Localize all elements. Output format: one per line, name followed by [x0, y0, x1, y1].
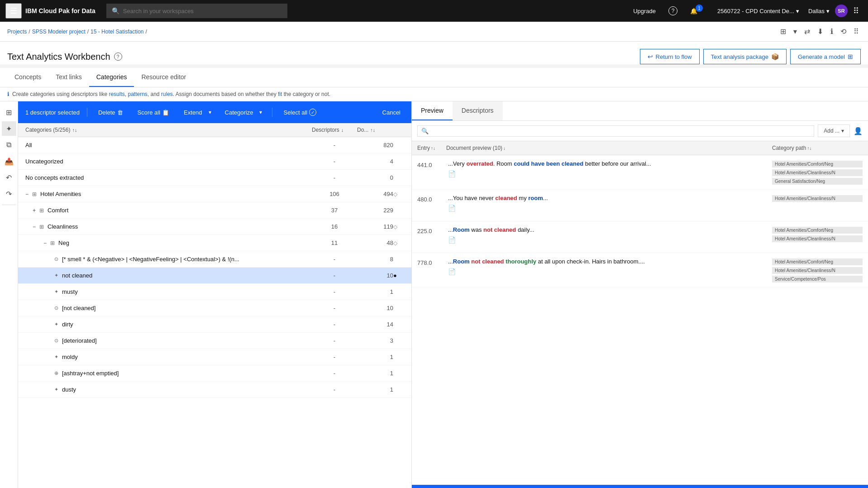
- category-row-musty[interactable]: ✦ musty - 1: [18, 284, 411, 300]
- category-row-no-concepts[interactable]: No concepts extracted - 0: [18, 170, 411, 186]
- breadcrumb-download-button[interactable]: ⬇: [816, 25, 825, 38]
- category-row-moldy[interactable]: ✦ moldy - 1: [18, 349, 411, 365]
- page-title-help-icon[interactable]: ?: [114, 53, 122, 61]
- breadcrumb-swap-button[interactable]: ⇄: [802, 25, 812, 38]
- breadcrumb-spss-link[interactable]: SPSS Modeler project: [32, 29, 86, 35]
- cat-path-sort-button[interactable]: ↑↓: [807, 146, 811, 151]
- category-row-ashtray[interactable]: ⊕ [ashtray+not emptied] - 1: [18, 365, 411, 382]
- extend-chevron-button[interactable]: ▾: [206, 107, 214, 117]
- extend-label: Extend: [184, 109, 202, 116]
- cat-name-neg: − ⊞ Neg: [43, 239, 312, 246]
- sidebar-delete-icon[interactable]: 🗑: [2, 484, 16, 488]
- category-row-not-cleaned[interactable]: ✦ not cleaned - 10 ●: [18, 268, 411, 284]
- region-button[interactable]: Dallas ▾: [805, 4, 833, 18]
- category-list: All - 820 Uncategorized - 4 No concepts …: [18, 137, 411, 488]
- sidebar-redo-icon[interactable]: ↷: [2, 187, 16, 201]
- doc-sort-button[interactable]: ↓: [503, 146, 506, 151]
- breadcrumb-info-button[interactable]: ℹ: [829, 25, 835, 38]
- tab-descriptors[interactable]: Descriptors: [453, 101, 503, 120]
- breadcrumb-history-button[interactable]: ⟲: [839, 25, 848, 38]
- categorize-button[interactable]: Categorize: [221, 107, 257, 118]
- doc-icon-225[interactable]: 📄: [448, 236, 768, 245]
- category-row-all[interactable]: All - 820: [18, 137, 411, 153]
- preview-search[interactable]: 🔍: [417, 125, 814, 137]
- tab-categories[interactable]: Categories: [89, 68, 134, 87]
- breadcrumb-more-button[interactable]: ⠿: [852, 25, 861, 38]
- plus-icon-ashtray: ⊕: [54, 370, 58, 376]
- tab-concepts[interactable]: Concepts: [7, 68, 48, 87]
- category-row-dusty[interactable]: ✦ dusty - 1: [18, 382, 411, 398]
- page-title: Text Analytics Workbench ?: [7, 52, 122, 62]
- preview-row-778[interactable]: 778.0 ...Room not cleaned thoroughly at …: [412, 253, 868, 287]
- preview-search-input[interactable]: [431, 128, 810, 134]
- notification-button[interactable]: 🔔 1: [685, 4, 712, 18]
- hamburger-menu-button[interactable]: ☰: [5, 3, 22, 19]
- category-row-hotel-amenities[interactable]: − ⊞ Hotel Amenities 106 494 ◇: [18, 186, 411, 202]
- descriptors-sort-button[interactable]: ↓: [341, 127, 344, 133]
- categorize-chevron-button[interactable]: ▾: [257, 107, 265, 117]
- search-input[interactable]: [123, 8, 282, 14]
- diamond-icon-neg: ◇: [393, 240, 397, 246]
- cat-badge-778-3: Service/Competence/Pos: [772, 276, 863, 282]
- cat-desc-dirty: -: [312, 321, 357, 328]
- cleanliness-collapse-button[interactable]: −: [33, 224, 36, 230]
- category-row-rule-smell[interactable]: ⊙ [* smell * & (<Negative> | <NegativeFe…: [18, 251, 411, 268]
- preview-row-441[interactable]: 441.0 ...Very overrated. Room could have…: [412, 155, 868, 190]
- categories-sort-button[interactable]: ↑↓: [72, 127, 77, 133]
- sidebar-copy-icon[interactable]: ⧉: [2, 138, 16, 152]
- category-row-deteriorated[interactable]: ⊙ [deteriorated] - 3: [18, 333, 411, 349]
- breadcrumb-hotel-link[interactable]: 15 - Hotel Satisfaction: [91, 29, 143, 35]
- category-row-comfort[interactable]: + ⊞ Comfort 37 229: [18, 202, 411, 219]
- patterns-link[interactable]: patterns: [128, 91, 147, 97]
- category-row-not-cleaned-bracket[interactable]: ⊙ [not cleaned] - 10: [18, 300, 411, 316]
- sidebar-table-icon[interactable]: ⊞: [2, 105, 16, 120]
- search-icon: 🔍: [112, 7, 119, 14]
- doc-icon-480[interactable]: 📄: [448, 204, 768, 213]
- breadcrumb-chevron-button[interactable]: ▾: [792, 25, 799, 38]
- docs-sort-button[interactable]: ↑↓: [370, 127, 375, 133]
- sidebar-undo-icon[interactable]: ↶: [2, 170, 16, 185]
- comfort-expand-button[interactable]: +: [33, 207, 36, 214]
- category-row-cleanliness[interactable]: − ⊞ Cleanliness 16 119 ◇: [18, 219, 411, 235]
- results-link[interactable]: results: [109, 91, 124, 97]
- return-to-flow-button[interactable]: ↩ Return to flow: [640, 49, 700, 64]
- rules-link[interactable]: rules: [161, 91, 173, 97]
- category-row-dirty[interactable]: ✦ dirty - 14: [18, 316, 411, 333]
- tab-preview[interactable]: Preview: [412, 101, 453, 120]
- help-button[interactable]: ?: [663, 3, 683, 19]
- breadcrumb-view-button[interactable]: ⊞: [778, 25, 788, 38]
- avatar[interactable]: SR: [835, 5, 848, 17]
- sidebar-export-icon[interactable]: 📤: [2, 154, 16, 168]
- category-row-uncategorized[interactable]: Uncategorized - 4: [18, 153, 411, 170]
- doc-icon-441[interactable]: 📄: [448, 170, 768, 179]
- global-search-bar[interactable]: 🔍: [106, 4, 287, 18]
- score-all-button[interactable]: Score all 📋: [134, 107, 173, 118]
- generate-model-header-button[interactable]: Generate a model ⊞: [790, 49, 861, 64]
- apps-switcher-button[interactable]: ⠿: [849, 2, 863, 19]
- preview-search-icon: 🔍: [421, 128, 429, 134]
- extend-button[interactable]: Extend: [180, 107, 205, 118]
- select-all-button[interactable]: Select all ✓: [280, 107, 320, 118]
- select-all-icon: ✓: [309, 109, 316, 116]
- preview-row-225[interactable]: 225.0 ...Room was not cleaned daily... 📄…: [412, 221, 868, 253]
- hotel-amenities-collapse-button[interactable]: −: [25, 191, 29, 197]
- neg-collapse-button[interactable]: −: [43, 240, 47, 246]
- category-row-neg[interactable]: − ⊞ Neg 11 48 ◇: [18, 235, 411, 251]
- upgrade-button[interactable]: Upgrade: [628, 4, 661, 18]
- add-dropdown-button[interactable]: Add ... ▾: [818, 124, 850, 137]
- account-button[interactable]: 2560722 - CPD Content De... ▾: [714, 4, 803, 18]
- entry-sort-button[interactable]: ↑↓: [431, 146, 435, 151]
- preview-row-480[interactable]: 480.0 ...You have never cleaned my room.…: [412, 190, 868, 221]
- text-analysis-package-button[interactable]: Text analysis package 📦: [703, 49, 787, 64]
- add-person-button[interactable]: 👤: [854, 127, 863, 135]
- breadcrumb-projects-link[interactable]: Projects: [7, 29, 27, 35]
- tab-resource-editor[interactable]: Resource editor: [134, 68, 193, 87]
- cancel-button[interactable]: Cancel: [379, 107, 404, 118]
- tab-text-links[interactable]: Text links: [48, 68, 89, 87]
- sidebar-categories-icon[interactable]: ✦: [2, 121, 16, 136]
- doc-icon-778[interactable]: 📄: [448, 268, 768, 277]
- delete-button[interactable]: Delete 🗑: [95, 107, 127, 118]
- cat-actions-not-cleaned[interactable]: ●: [393, 272, 404, 279]
- generate-model-bar[interactable]: Generate a model ⊞: [412, 485, 868, 488]
- fit-link[interactable]: fit: [278, 91, 282, 97]
